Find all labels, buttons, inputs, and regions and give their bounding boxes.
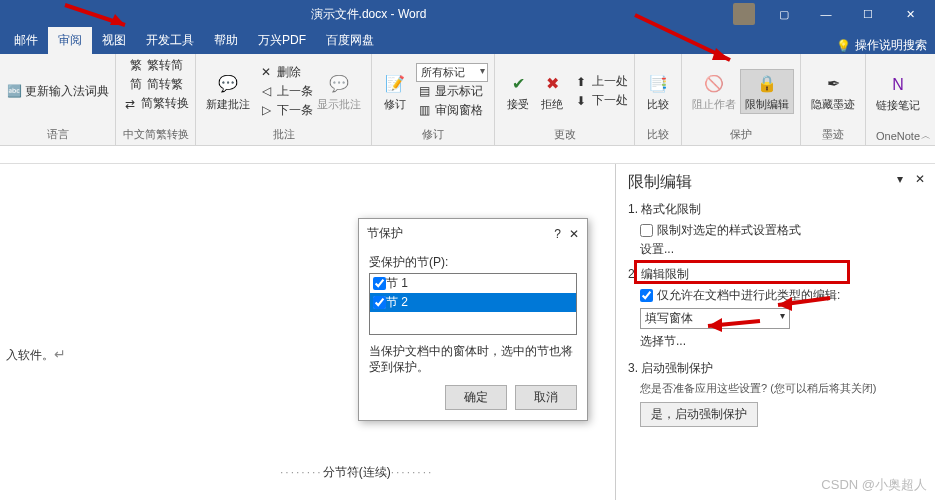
convert-icon: ⇄ xyxy=(122,96,138,112)
format-restrict-checkbox[interactable]: 限制对选定的样式设置格式 xyxy=(640,222,923,239)
trad-to-simp-button[interactable]: 繁繁转简 xyxy=(128,57,183,74)
block-authors-button: 🚫阻止作者 xyxy=(688,70,740,113)
track-changes-button[interactable]: 📝修订 xyxy=(378,70,412,113)
list-item: 节 1 xyxy=(370,274,576,293)
cancel-button[interactable]: 取消 xyxy=(515,385,577,410)
tab-mail[interactable]: 邮件 xyxy=(4,27,48,54)
dialog-list-label: 受保护的节(P): xyxy=(369,254,577,271)
section-protect-dialog: 节保护 ? ✕ 受保护的节(P): 节 1 节 2 当保护文档中的窗体时，选中的… xyxy=(358,218,588,421)
ink-icon: ✒ xyxy=(821,72,845,96)
group-compare-label: 比较 xyxy=(641,126,675,144)
tab-baidu[interactable]: 百度网盘 xyxy=(316,27,384,54)
dialog-title: 节保护 xyxy=(367,225,403,242)
ribbon: 🔤更新输入法词典 语言 繁繁转简 简简转繁 ⇄简繁转换 中文简繁转换 💬新建批注… xyxy=(0,54,935,146)
restriction-type-select[interactable]: 填写窗体 xyxy=(640,308,790,329)
onenote-icon: N xyxy=(886,73,910,97)
compare-button[interactable]: 📑比较 xyxy=(641,70,675,113)
markup-icon: ▤ xyxy=(416,83,432,99)
group-ink-label: 墨迹 xyxy=(807,126,859,144)
group-track-label: 修订 xyxy=(378,126,488,144)
pane-icon: ▥ xyxy=(416,102,432,118)
tab-developer[interactable]: 开发工具 xyxy=(136,27,204,54)
maximize-icon[interactable]: ☐ xyxy=(847,0,889,28)
restrict-editing-button[interactable]: 🔒限制编辑 xyxy=(740,69,794,114)
minimize-icon[interactable]: — xyxy=(805,0,847,28)
group-changes-label: 更改 xyxy=(501,126,628,144)
select-sections-link[interactable]: 选择节... xyxy=(640,333,923,350)
list-item: 节 2 xyxy=(370,293,576,312)
section1-title: 1. 格式化限制 xyxy=(628,201,923,218)
simp-to-trad-button[interactable]: 简简转繁 xyxy=(128,76,183,93)
accept-icon: ✔ xyxy=(506,72,530,96)
tab-review[interactable]: 审阅 xyxy=(48,27,92,54)
show-comments-icon: 💬 xyxy=(327,72,351,96)
dialog-help-icon[interactable]: ? xyxy=(554,227,561,241)
window-title: 演示文件.docx - Word xyxy=(4,6,733,23)
document-text: 入软件。↵ xyxy=(6,334,66,366)
next-comment-button: ▷下一条 xyxy=(258,102,313,119)
section-break-marker: ········分节符(连续)········ xyxy=(280,464,433,481)
show-markup-button[interactable]: ▤显示标记 xyxy=(416,83,488,100)
close-icon[interactable]: ✕ xyxy=(889,0,931,28)
reviewing-pane-button[interactable]: ▥审阅窗格 xyxy=(416,102,488,119)
block-icon: 🚫 xyxy=(702,72,726,96)
delete-comment-button: ✕删除 xyxy=(258,64,313,81)
ime-icon: 🔤 xyxy=(6,83,22,99)
new-comment-button[interactable]: 💬新建批注 xyxy=(202,70,254,113)
next-change-button[interactable]: ⬇下一处 xyxy=(573,92,628,109)
s2t-icon: 简 xyxy=(128,77,144,93)
pane-title: 限制编辑 xyxy=(628,172,923,193)
compare-icon: 📑 xyxy=(646,72,670,96)
sections-listbox[interactable]: 节 1 节 2 xyxy=(369,273,577,335)
restrict-editing-pane: ▾ ✕ 限制编辑 1. 格式化限制 限制对选定的样式设置格式 设置... 2. … xyxy=(615,164,935,500)
watermark: CSDN @小奥超人 xyxy=(821,476,927,494)
tell-me-icon: 💡 xyxy=(836,39,851,53)
reject-button[interactable]: ✖拒绝 xyxy=(535,70,569,113)
prev-comment-button: ◁上一条 xyxy=(258,83,313,100)
section3-title: 3. 启动强制保护 xyxy=(628,360,923,377)
show-comments-button: 💬显示批注 xyxy=(313,70,365,113)
start-enforcement-button[interactable]: 是，启动强制保护 xyxy=(640,402,758,427)
linked-notes-button[interactable]: N链接笔记 xyxy=(872,71,924,114)
accept-button[interactable]: ✔接受 xyxy=(501,70,535,113)
group-protect-label: 保护 xyxy=(688,126,794,144)
ribbon-tabs: 邮件 审阅 视图 开发工具 帮助 万兴PDF 百度网盘 💡 操作说明搜索 xyxy=(0,28,935,54)
dialog-close-icon[interactable]: ✕ xyxy=(569,227,579,241)
update-ime-button[interactable]: 🔤更新输入法词典 xyxy=(6,83,109,100)
pane-close-icon[interactable]: ✕ xyxy=(915,172,925,186)
pane-options-icon[interactable]: ▾ xyxy=(897,172,903,186)
tab-help[interactable]: 帮助 xyxy=(204,27,248,54)
group-language-label: 语言 xyxy=(6,126,109,144)
ribbon-display-options-icon[interactable]: ▢ xyxy=(763,0,805,28)
edit-restrict-checkbox[interactable]: 仅允许在文档中进行此类型的编辑: xyxy=(640,287,923,304)
user-avatar[interactable] xyxy=(733,3,755,25)
group-onenote-label: OneNote xyxy=(872,129,924,144)
section3-msg: 您是否准备应用这些设置? (您可以稍后将其关闭) xyxy=(640,381,923,396)
dialog-message: 当保护文档中的窗体时，选中的节也将受到保护。 xyxy=(369,343,577,375)
delete-icon: ✕ xyxy=(258,64,274,80)
new-comment-icon: 💬 xyxy=(216,72,240,96)
t2s-icon: 繁 xyxy=(128,58,144,74)
ok-button[interactable]: 确定 xyxy=(445,385,507,410)
reject-icon: ✖ xyxy=(540,72,564,96)
display-for-review-select[interactable]: 所有标记 xyxy=(416,63,488,82)
restrict-icon: 🔒 xyxy=(755,72,779,96)
track-icon: 📝 xyxy=(383,72,407,96)
prev-change-button[interactable]: ⬆上一处 xyxy=(573,73,628,90)
settings-link[interactable]: 设置... xyxy=(640,241,923,258)
convert-button[interactable]: ⇄简繁转换 xyxy=(122,95,189,112)
group-comments-label: 批注 xyxy=(202,126,365,144)
collapse-ribbon-icon[interactable]: ︿ xyxy=(921,129,931,143)
section2-title: 2. 编辑限制 xyxy=(628,266,923,283)
group-convert-label: 中文简繁转换 xyxy=(122,126,189,144)
tab-wanxing-pdf[interactable]: 万兴PDF xyxy=(248,27,316,54)
ruler xyxy=(0,146,935,164)
tab-view[interactable]: 视图 xyxy=(92,27,136,54)
hide-ink-button[interactable]: ✒隐藏墨迹 xyxy=(807,70,859,113)
tell-me-input[interactable]: 操作说明搜索 xyxy=(855,37,927,54)
